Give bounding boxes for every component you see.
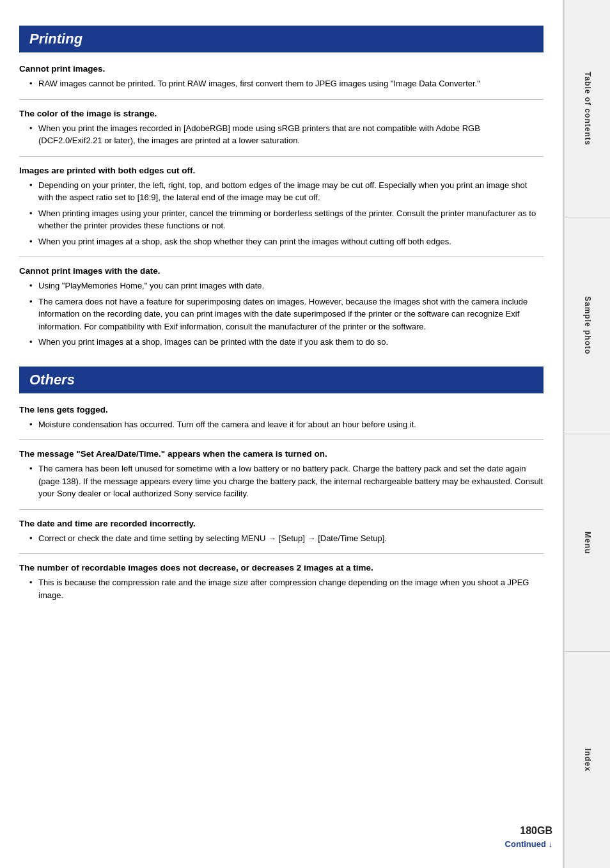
bullet-list-lens-fogged: Moisture condensation has occurred. Turn…	[29, 418, 544, 431]
bullet-list-set-area-date-time: The camera has been left unused for some…	[29, 462, 544, 500]
printing-section: Printing Cannot print images. RAW images…	[19, 26, 544, 349]
subsection-date-time-incorrect: The date and time are recorded incorrect…	[19, 519, 544, 545]
bullet-list-edges-cut-off: Depending on your printer, the left, rig…	[29, 179, 544, 248]
bullet-item: When you print images at a shop, images …	[29, 336, 544, 349]
printing-section-header: Printing	[19, 26, 544, 52]
bullet-item: Depending on your printer, the left, rig…	[29, 179, 544, 204]
divider	[19, 156, 544, 157]
bullet-list-date-time-incorrect: Correct or check the date and time setti…	[29, 532, 544, 545]
subsection-recordable-images: The number of recordable images does not…	[19, 563, 544, 601]
subsection-set-area-date-time: The message "Set Area/Date/Time." appear…	[19, 449, 544, 500]
subsection-title-color-strange: The color of the image is strange.	[19, 109, 544, 118]
subsection-title-edges-cut-off: Images are printed with both edges cut o…	[19, 166, 544, 175]
sidebar-tab-menu[interactable]: Menu	[565, 434, 610, 652]
page-footer: 180GB Continued ↓	[505, 825, 552, 849]
bullet-item: Using "PlayMemories Home," you can print…	[29, 280, 544, 292]
bullet-list-recordable-images: This is because the compression rate and…	[29, 576, 544, 601]
bullet-list-color-strange: When you print the images recorded in [A…	[29, 122, 544, 147]
subsection-color-strange: The color of the image is strange. When …	[19, 109, 544, 147]
divider	[19, 509, 544, 510]
page-number: 180GB	[520, 825, 552, 837]
subsection-title-date-time-incorrect: The date and time are recorded incorrect…	[19, 519, 544, 528]
sidebar-tab-table-of-contents[interactable]: Table of contents	[565, 0, 610, 217]
subsection-edges-cut-off: Images are printed with both edges cut o…	[19, 166, 544, 248]
subsection-cannot-print: Cannot print images. RAW images cannot b…	[19, 64, 544, 90]
subsection-title-cannot-print: Cannot print images.	[19, 64, 544, 74]
bullet-item: The camera has been left unused for some…	[29, 462, 544, 500]
bullet-item: When you print the images recorded in [A…	[29, 122, 544, 147]
sidebar: Table of contents Sample photo Menu Inde…	[564, 0, 610, 868]
subsection-lens-fogged: The lens gets fogged. Moisture condensat…	[19, 405, 544, 431]
subsection-cannot-print-date: Cannot print images with the date. Using…	[19, 266, 544, 349]
sidebar-tab-index[interactable]: Index	[565, 652, 610, 869]
others-section: Others The lens gets fogged. Moisture co…	[19, 367, 544, 602]
bullet-item: Moisture condensation has occurred. Turn…	[29, 418, 544, 431]
continued-label: Continued	[505, 839, 546, 849]
divider	[19, 553, 544, 554]
subsection-title-recordable-images: The number of recordable images does not…	[19, 563, 544, 572]
bullet-item: RAW images cannot be printed. To print R…	[29, 77, 544, 90]
bullet-list-cannot-print-date: Using "PlayMemories Home," you can print…	[29, 280, 544, 349]
divider	[19, 99, 544, 100]
bullet-item: The camera does not have a feature for s…	[29, 296, 544, 333]
others-section-header: Others	[19, 367, 544, 393]
divider	[19, 439, 544, 440]
main-content: Printing Cannot print images. RAW images…	[0, 0, 564, 868]
divider	[19, 256, 544, 257]
bullet-item: Correct or check the date and time setti…	[29, 532, 544, 545]
page-wrapper: Printing Cannot print images. RAW images…	[0, 0, 610, 868]
subsection-title-cannot-print-date: Cannot print images with the date.	[19, 266, 544, 276]
continued-link[interactable]: Continued ↓	[505, 839, 552, 849]
bullet-item: When you print images at a shop, ask the…	[29, 235, 544, 248]
bullet-item: When printing images using your printer,…	[29, 207, 544, 232]
subsection-title-set-area-date-time: The message "Set Area/Date/Time." appear…	[19, 449, 544, 459]
subsection-title-lens-fogged: The lens gets fogged.	[19, 405, 544, 414]
continued-arrow: ↓	[549, 839, 553, 849]
bullet-list-cannot-print: RAW images cannot be printed. To print R…	[29, 77, 544, 90]
sidebar-tab-sample-photo[interactable]: Sample photo	[565, 217, 610, 435]
bullet-item: This is because the compression rate and…	[29, 576, 544, 601]
